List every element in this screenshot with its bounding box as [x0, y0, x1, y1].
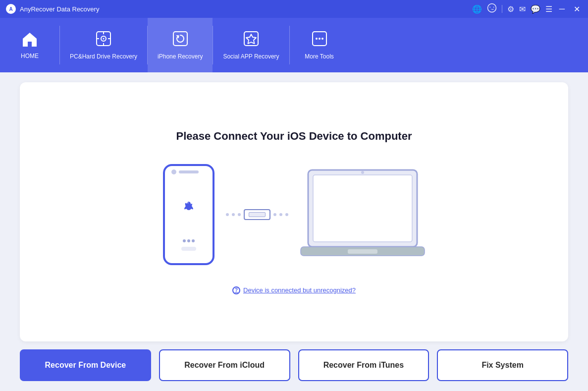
- nav-item-pc-recovery[interactable]: PC&Hard Drive Recovery: [60, 18, 147, 72]
- svg-rect-21: [181, 247, 196, 251]
- recover-itunes-button[interactable]: Recover From iTunes: [298, 349, 429, 381]
- nav-iphone-label: iPhone Recovery: [158, 53, 203, 60]
- cable-dot-4: [273, 213, 276, 216]
- menu-icon[interactable]: ☰: [545, 4, 552, 14]
- settings-icon[interactable]: ⚙: [507, 4, 514, 14]
- svg-point-20: [192, 239, 195, 242]
- nav-bar: HOME PC&Hard Drive Recovery: [0, 18, 588, 72]
- cable-dot-1: [226, 213, 229, 216]
- recover-icloud-button[interactable]: Recover From iCloud: [159, 349, 290, 381]
- home-icon: [21, 31, 39, 49]
- mail-icon[interactable]: ✉: [519, 4, 526, 14]
- iphone-recovery-icon: [172, 30, 189, 49]
- cable-dot-6: [285, 213, 288, 216]
- phone-illustration: [161, 163, 216, 267]
- cable-illustration: [226, 209, 288, 220]
- nav-item-iphone-recovery[interactable]: iPhone Recovery: [148, 18, 213, 72]
- svg-point-12: [319, 38, 321, 40]
- cable-dot-5: [279, 213, 282, 216]
- nav-item-more-tools[interactable]: More Tools: [290, 18, 349, 72]
- window-controls: 🌐 ⚙ ✉ 💬 ☰ ─ ✕: [472, 3, 582, 15]
- svg-point-16: [171, 169, 176, 174]
- nav-home-label: HOME: [21, 53, 39, 59]
- svg-point-11: [316, 38, 318, 40]
- svg-rect-15: [179, 170, 199, 173]
- content-card: Please Connect Your iOS Device to Comput…: [20, 82, 568, 341]
- logo-letter: A: [9, 6, 12, 12]
- recover-device-button[interactable]: Recover From Device: [20, 349, 151, 381]
- nav-social-label: Social APP Recovery: [223, 53, 279, 60]
- bottom-buttons: Recover From Device Recover From iCloud …: [20, 349, 568, 381]
- globe-icon[interactable]: 🌐: [472, 4, 482, 14]
- app-logo: A: [6, 4, 16, 14]
- svg-point-18: [183, 239, 186, 242]
- social-recovery-icon: [243, 30, 260, 49]
- minimize-button[interactable]: ─: [557, 4, 567, 13]
- svg-point-19: [187, 239, 190, 242]
- help-link[interactable]: ? Device is connected but unrecognized?: [232, 286, 356, 294]
- usb-connector: [244, 209, 270, 220]
- cable-dot-2: [232, 213, 235, 216]
- svg-point-0: [487, 3, 496, 12]
- laptop-illustration: [298, 165, 427, 264]
- svg-rect-8: [173, 32, 187, 46]
- cable-dot-3: [238, 213, 241, 216]
- close-button[interactable]: ✕: [572, 4, 582, 14]
- svg-rect-23: [313, 175, 412, 242]
- more-tools-icon: [311, 30, 328, 49]
- divider: [502, 5, 502, 13]
- svg-point-24: [361, 171, 364, 174]
- nav-more-label: More Tools: [305, 53, 333, 60]
- connection-illustration: [161, 163, 427, 267]
- discord-icon[interactable]: [487, 3, 497, 15]
- title-bar: A AnyRecover Data Recovery 🌐 ⚙ ✉ 💬 ☰ ─ ✕: [0, 0, 588, 18]
- svg-point-3: [103, 38, 105, 40]
- help-icon: ?: [232, 286, 240, 294]
- usb-inner: [249, 212, 266, 217]
- help-link-text: Device is connected but unrecognized?: [243, 286, 356, 294]
- main-content: Please Connect Your iOS Device to Comput…: [0, 72, 588, 391]
- nav-item-social-recovery[interactable]: Social APP Recovery: [213, 18, 289, 72]
- chat-icon[interactable]: 💬: [531, 4, 540, 14]
- nav-pc-label: PC&Hard Drive Recovery: [70, 53, 137, 60]
- pc-recovery-icon: [95, 30, 112, 49]
- app-title: AnyRecover Data Recovery: [20, 5, 472, 13]
- fix-system-button[interactable]: Fix System: [437, 349, 568, 381]
- svg-rect-26: [348, 249, 377, 254]
- nav-item-home[interactable]: HOME: [0, 18, 59, 72]
- card-title: Please Connect Your iOS Device to Comput…: [176, 130, 412, 143]
- svg-point-13: [321, 38, 323, 40]
